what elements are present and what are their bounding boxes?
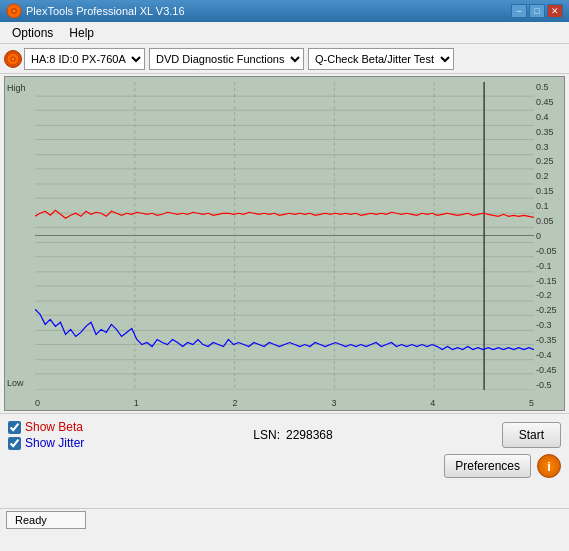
drive-select[interactable]: HA:8 ID:0 PX-760A [24,48,145,70]
title-bar: PlexTools Professional XL V3.16 − □ ✕ [0,0,569,22]
restore-button[interactable]: □ [529,4,545,18]
minimize-button[interactable]: − [511,4,527,18]
lsn-label: LSN: [253,428,280,442]
menu-help[interactable]: Help [61,24,102,42]
status-panel: Ready [6,511,86,529]
test-select[interactable]: Q-Check Beta/Jitter Test [308,48,454,70]
show-jitter-checkbox[interactable] [8,437,21,450]
function-select[interactable]: DVD Diagnostic Functions [149,48,304,70]
low-label: Low [7,378,24,388]
status-bar: Ready [0,508,569,530]
preferences-button[interactable]: Preferences [444,454,531,478]
close-button[interactable]: ✕ [547,4,563,18]
svg-point-2 [13,10,16,13]
status-text: Ready [15,514,47,526]
x-axis: 0 1 2 3 4 5 [35,398,534,408]
svg-point-5 [12,57,14,59]
start-button[interactable]: Start [502,422,561,448]
bottom-row1: Show Beta Show Jitter LSN: 2298368 Start [8,420,561,450]
chart-area: High Low 0.5 0.45 0.4 0.35 0.3 0.25 0.2 … [4,76,565,411]
checkboxes: Show Beta Show Jitter [8,420,84,450]
show-beta-row: Show Beta [8,420,84,434]
lsn-value: 2298368 [286,428,333,442]
bottom-panel: Show Beta Show Jitter LSN: 2298368 Start… [0,413,569,508]
drive-icon [4,50,22,68]
title-bar-left: PlexTools Professional XL V3.16 [6,3,185,19]
menu-bar: Options Help [0,22,569,44]
bottom-row2: Preferences i [8,454,561,478]
show-jitter-label: Show Jitter [25,436,84,450]
menu-options[interactable]: Options [4,24,61,42]
lsn-area: LSN: 2298368 [253,428,332,442]
window-title: PlexTools Professional XL V3.16 [26,5,185,17]
show-beta-checkbox[interactable] [8,421,21,434]
chart-svg [35,82,534,390]
show-beta-label: Show Beta [25,420,83,434]
info-button[interactable]: i [537,454,561,478]
high-label: High [7,83,26,93]
show-jitter-row: Show Jitter [8,436,84,450]
window-controls: − □ ✕ [511,4,563,18]
y-axis-right: 0.5 0.45 0.4 0.35 0.3 0.25 0.2 0.15 0.1 … [534,82,564,390]
toolbar: HA:8 ID:0 PX-760A DVD Diagnostic Functio… [0,44,569,74]
app-icon [6,3,22,19]
drive-selector-group: HA:8 ID:0 PX-760A [4,48,145,70]
